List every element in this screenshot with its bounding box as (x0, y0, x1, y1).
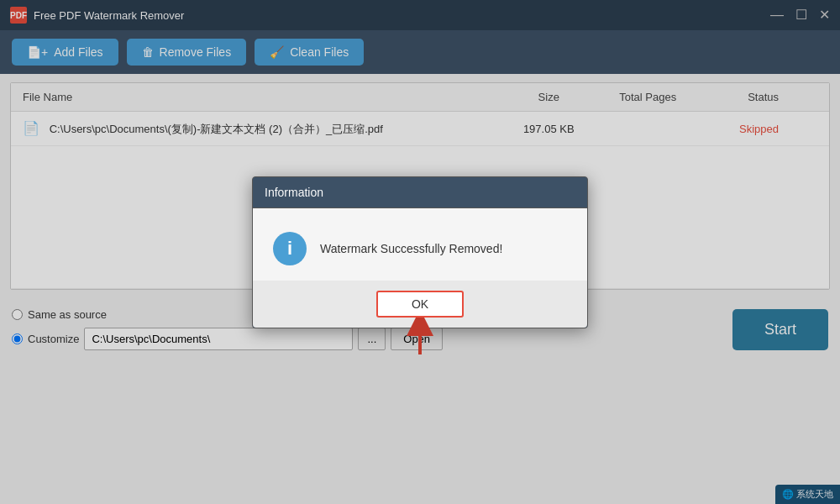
dialog-message: Watermark Successfully Removed! (320, 242, 502, 255)
modal-overlay: Information i Watermark Successfully Rem… (0, 0, 840, 504)
dialog-header: Information (253, 177, 587, 208)
arrow-indicator (403, 318, 437, 358)
info-icon-circle: i (273, 232, 307, 265)
ok-button[interactable]: OK (376, 291, 464, 318)
info-icon: i (287, 239, 292, 258)
information-dialog: Information i Watermark Successfully Rem… (252, 176, 588, 328)
arrow-icon (403, 318, 437, 354)
dialog-footer: OK (253, 281, 587, 328)
dialog-body: i Watermark Successfully Removed! (253, 208, 587, 281)
